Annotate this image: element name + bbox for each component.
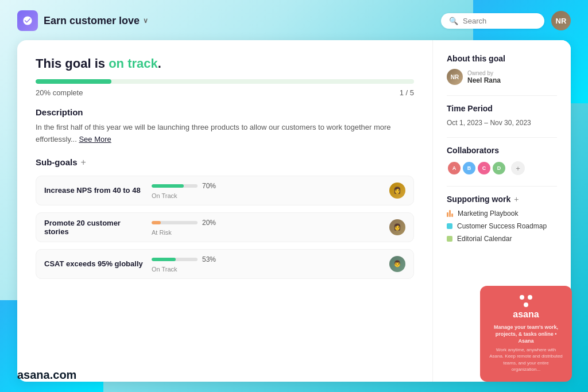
header: Earn customer love ∨ 🔍 NR: [17, 10, 571, 31]
progress-bar-fill: [36, 79, 111, 84]
status-highlight: on track: [109, 56, 158, 71]
time-period-value: Oct 1, 2023 – Nov 30, 2023: [447, 119, 557, 127]
collaborators-title: Collaborators: [447, 146, 557, 155]
subgoal-name-3: CSAT exceeds 95% globally: [44, 259, 145, 268]
avatar: NR: [551, 11, 571, 30]
subgoal-percent-1: 70%: [202, 182, 216, 190]
avatar: 👩: [389, 219, 405, 235]
owner-info: Owned by Neel Rana: [467, 70, 501, 84]
subgoal-list: Increase NPS from 40 to 48 70% On Track …: [36, 176, 414, 279]
asana-dots-bottom: [524, 302, 528, 307]
subgoal-progress-area-2: 20% At Risk: [152, 219, 382, 236]
progress-meta: 20% complete 1 / 5: [36, 88, 414, 97]
left-panel: This goal is on track. 20% complete 1 / …: [17, 40, 433, 382]
avatar: 👩: [389, 183, 405, 199]
collaborators-row: A B C D +: [447, 161, 557, 176]
collaborator-avatar-1: A: [447, 161, 462, 176]
asana-brand-name: asana: [489, 309, 563, 320]
header-left: Earn customer love ∨: [17, 10, 148, 31]
subgoal-bar-fill-2: [152, 221, 161, 224]
bar-chart-icon: [447, 210, 453, 217]
subgoals-header: Sub-goals +: [36, 157, 414, 168]
table-row: Increase NPS from 40 to 48 70% On Track …: [36, 176, 414, 205]
supporting-work-title: Supporting work: [447, 195, 510, 204]
subgoal-percent-3: 53%: [202, 255, 216, 263]
progress-bar-bg: [36, 79, 414, 84]
list-item: Editorial Calendar: [447, 235, 557, 243]
subgoal-bar-fill-1: [152, 184, 184, 188]
goal-status-heading: This goal is on track.: [36, 56, 414, 71]
asana-ad-card: asana Manage your team's work, projects,…: [480, 286, 572, 382]
description-text: In the first half of this year we will b…: [36, 122, 414, 146]
supporting-item-name-2[interactable]: Customer Success Roadmap: [457, 222, 547, 230]
avatar: 👨: [389, 256, 405, 272]
divider: [447, 95, 557, 96]
asana-logo: [489, 295, 563, 307]
goal-title[interactable]: Earn customer love ∨: [44, 15, 148, 27]
add-collaborator-button[interactable]: +: [511, 161, 525, 175]
progress-percent-label: 20% complete: [36, 88, 83, 97]
owner-row: NR Owned by Neel Rana: [447, 69, 557, 85]
subgoal-progress-row-2: 20%: [152, 219, 382, 227]
collaborator-avatar-2: B: [462, 161, 477, 176]
subgoal-progress-row-1: 70%: [152, 182, 382, 190]
asana-sub: Work anytime, anywhere with Asana. Keep …: [489, 347, 563, 372]
collaborator-avatar-4: D: [492, 161, 506, 176]
owner-avatar: NR: [447, 69, 463, 85]
asana-dot: [528, 295, 532, 300]
subgoal-status-1: On Track: [152, 192, 382, 199]
header-right: 🔍 NR: [441, 11, 571, 30]
subgoal-progress-row-3: 53%: [152, 255, 382, 263]
subgoals-title: Sub-goals: [36, 157, 78, 167]
subgoal-bar-fill-3: [152, 258, 176, 261]
subgoal-progress-area-3: 53% On Track: [152, 255, 382, 273]
search-bar[interactable]: 🔍: [441, 13, 544, 29]
collaborator-avatar-3: C: [477, 161, 492, 176]
status-suffix: .: [158, 56, 161, 71]
status-prefix: This goal is: [36, 56, 109, 71]
see-more-link[interactable]: See More: [79, 135, 111, 143]
divider: [447, 186, 557, 187]
table-row: Promote 20 customer stories 20% At Risk …: [36, 212, 414, 242]
add-supporting-work-button[interactable]: +: [514, 195, 519, 204]
asana-tagline: Manage your team's work, projects, & tas…: [489, 324, 563, 344]
subgoal-bar-bg-1: [152, 184, 198, 188]
divider: [447, 137, 557, 138]
subgoal-status-3: On Track: [152, 266, 382, 273]
asana-dots-top: [520, 295, 532, 300]
subgoal-name-1: Increase NPS from 40 to 48: [44, 186, 145, 195]
site-branding: asana.com: [17, 368, 76, 382]
list-item: Customer Success Roadmap: [447, 222, 557, 230]
supporting-work-section: Supporting work + Marketing Playbook Cus…: [447, 195, 557, 243]
time-period-section: Time Period Oct 1, 2023 – Nov 30, 2023: [447, 104, 557, 127]
about-section: About this goal NR Owned by Neel Rana: [447, 54, 557, 85]
asana-dot: [520, 295, 524, 300]
subgoal-percent-2: 20%: [202, 219, 216, 227]
table-row: CSAT exceeds 95% globally 53% On Track 👨: [36, 249, 414, 279]
collaborators-section: Collaborators A B C D +: [447, 146, 557, 176]
time-period-title: Time Period: [447, 104, 557, 113]
subgoal-status-2: At Risk: [152, 229, 382, 236]
list-item: Marketing Playbook: [447, 209, 557, 218]
progress-container: [36, 79, 414, 84]
goal-icon: [17, 10, 38, 31]
goal-title-text: Earn customer love: [44, 15, 140, 27]
chevron-down-icon: ∨: [143, 17, 148, 25]
supporting-dot-3: [447, 236, 452, 242]
supporting-item-name-3[interactable]: Editorial Calendar: [457, 235, 512, 243]
subgoal-bar-bg-2: [152, 221, 198, 224]
supporting-work-header: Supporting work +: [447, 195, 557, 204]
add-subgoal-button[interactable]: +: [81, 157, 86, 168]
description-title: Description: [36, 107, 414, 117]
search-icon: 🔍: [449, 17, 458, 25]
about-title: About this goal: [447, 54, 557, 63]
owner-label: Owned by: [467, 70, 501, 76]
subgoal-bar-bg-3: [152, 258, 198, 261]
search-input[interactable]: [463, 17, 536, 25]
subgoal-progress-area-1: 70% On Track: [152, 182, 382, 199]
progress-fraction: 1 / 5: [400, 88, 414, 97]
asana-dot: [524, 302, 528, 307]
supporting-item-name-1[interactable]: Marketing Playbook: [458, 209, 518, 218]
supporting-dot-2: [447, 223, 452, 229]
subgoal-name-2: Promote 20 customer stories: [44, 219, 145, 236]
